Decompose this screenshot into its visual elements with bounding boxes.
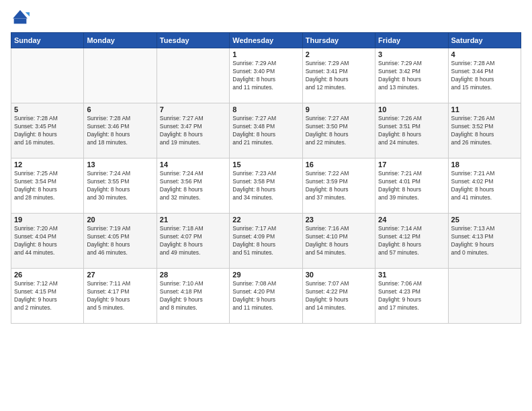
- cell-content: Sunrise: 7:29 AM Sunset: 3:40 PM Dayligh…: [232, 60, 299, 92]
- cell-content: Sunrise: 7:18 AM Sunset: 4:07 PM Dayligh…: [160, 225, 226, 257]
- weekday-header: Thursday: [302, 33, 375, 48]
- calendar-cell: 12Sunrise: 7:25 AM Sunset: 3:54 PM Dayli…: [11, 158, 84, 214]
- calendar-cell: [84, 48, 157, 103]
- calendar-cell: 30Sunrise: 7:07 AM Sunset: 4:22 PM Dayli…: [302, 269, 375, 324]
- day-number: 22: [232, 216, 299, 224]
- cell-content: Sunrise: 7:26 AM Sunset: 3:52 PM Dayligh…: [451, 115, 518, 147]
- calendar-cell: 28Sunrise: 7:10 AM Sunset: 4:18 PM Dayli…: [157, 269, 229, 324]
- cell-content: Sunrise: 7:21 AM Sunset: 4:02 PM Dayligh…: [451, 170, 518, 202]
- cell-content: Sunrise: 7:29 AM Sunset: 3:42 PM Dayligh…: [378, 60, 445, 92]
- calendar: SundayMondayTuesdayWednesdayThursdayFrid…: [11, 32, 521, 324]
- calendar-cell: 11Sunrise: 7:26 AM Sunset: 3:52 PM Dayli…: [448, 103, 521, 158]
- day-number: 29: [232, 271, 299, 279]
- cell-content: Sunrise: 7:24 AM Sunset: 3:55 PM Dayligh…: [87, 170, 153, 202]
- day-number: 21: [160, 216, 226, 224]
- cell-content: Sunrise: 7:11 AM Sunset: 4:17 PM Dayligh…: [87, 280, 153, 312]
- calendar-cell: 21Sunrise: 7:18 AM Sunset: 4:07 PM Dayli…: [157, 214, 229, 269]
- calendar-cell: 19Sunrise: 7:20 AM Sunset: 4:04 PM Dayli…: [11, 214, 84, 269]
- cell-content: Sunrise: 7:29 AM Sunset: 3:41 PM Dayligh…: [306, 60, 372, 92]
- cell-content: Sunrise: 7:26 AM Sunset: 3:51 PM Dayligh…: [378, 115, 445, 147]
- logo-icon: [11, 8, 30, 27]
- weekday-header: Wednesday: [230, 33, 302, 48]
- calendar-cell: 17Sunrise: 7:21 AM Sunset: 4:01 PM Dayli…: [375, 158, 448, 214]
- cell-content: Sunrise: 7:17 AM Sunset: 4:09 PM Dayligh…: [232, 225, 299, 257]
- calendar-cell: 20Sunrise: 7:19 AM Sunset: 4:05 PM Dayli…: [84, 214, 157, 269]
- day-number: 4: [451, 50, 518, 58]
- weekday-header: Monday: [84, 33, 157, 48]
- calendar-cell: 15Sunrise: 7:23 AM Sunset: 3:58 PM Dayli…: [230, 158, 302, 214]
- cell-content: Sunrise: 7:06 AM Sunset: 4:23 PM Dayligh…: [378, 280, 445, 312]
- day-number: 2: [306, 50, 372, 58]
- cell-content: Sunrise: 7:16 AM Sunset: 4:10 PM Dayligh…: [306, 225, 372, 257]
- calendar-week-row: 5Sunrise: 7:28 AM Sunset: 3:45 PM Daylig…: [11, 103, 521, 158]
- cell-content: Sunrise: 7:23 AM Sunset: 3:58 PM Dayligh…: [232, 170, 299, 202]
- calendar-cell: 1Sunrise: 7:29 AM Sunset: 3:40 PM Daylig…: [230, 48, 302, 103]
- day-number: 18: [451, 161, 518, 169]
- day-number: 19: [14, 216, 81, 224]
- day-number: 27: [87, 271, 153, 279]
- calendar-week-row: 1Sunrise: 7:29 AM Sunset: 3:40 PM Daylig…: [11, 48, 521, 103]
- day-number: 26: [14, 271, 81, 279]
- cell-content: Sunrise: 7:27 AM Sunset: 3:48 PM Dayligh…: [232, 115, 299, 147]
- cell-content: Sunrise: 7:07 AM Sunset: 4:22 PM Dayligh…: [306, 280, 372, 312]
- day-number: 31: [378, 271, 445, 279]
- calendar-cell: 14Sunrise: 7:24 AM Sunset: 3:56 PM Dayli…: [157, 158, 229, 214]
- day-number: 24: [378, 216, 445, 224]
- calendar-cell: 16Sunrise: 7:22 AM Sunset: 3:59 PM Dayli…: [302, 158, 375, 214]
- calendar-cell: 5Sunrise: 7:28 AM Sunset: 3:45 PM Daylig…: [11, 103, 84, 158]
- calendar-cell: 10Sunrise: 7:26 AM Sunset: 3:51 PM Dayli…: [375, 103, 448, 158]
- day-number: 12: [14, 161, 81, 169]
- cell-content: Sunrise: 7:28 AM Sunset: 3:45 PM Dayligh…: [14, 115, 81, 147]
- calendar-week-row: 19Sunrise: 7:20 AM Sunset: 4:04 PM Dayli…: [11, 214, 521, 269]
- calendar-cell: 9Sunrise: 7:27 AM Sunset: 3:50 PM Daylig…: [302, 103, 375, 158]
- calendar-cell: [11, 48, 84, 103]
- day-number: 7: [160, 105, 226, 113]
- calendar-cell: 4Sunrise: 7:28 AM Sunset: 3:44 PM Daylig…: [448, 48, 521, 103]
- weekday-header: Tuesday: [157, 33, 229, 48]
- svg-rect-1: [14, 19, 27, 24]
- day-number: 11: [451, 105, 518, 113]
- day-number: 15: [232, 161, 299, 169]
- calendar-cell: 31Sunrise: 7:06 AM Sunset: 4:23 PM Dayli…: [375, 269, 448, 324]
- calendar-cell: 25Sunrise: 7:13 AM Sunset: 4:13 PM Dayli…: [448, 214, 521, 269]
- cell-content: Sunrise: 7:27 AM Sunset: 3:47 PM Dayligh…: [160, 115, 226, 147]
- svg-marker-2: [26, 12, 30, 16]
- cell-content: Sunrise: 7:10 AM Sunset: 4:18 PM Dayligh…: [160, 280, 226, 312]
- calendar-week-row: 12Sunrise: 7:25 AM Sunset: 3:54 PM Dayli…: [11, 158, 521, 214]
- day-number: 14: [160, 161, 226, 169]
- day-number: 13: [87, 161, 153, 169]
- day-number: 8: [232, 105, 299, 113]
- cell-content: Sunrise: 7:08 AM Sunset: 4:20 PM Dayligh…: [232, 280, 299, 312]
- day-number: 20: [87, 216, 153, 224]
- day-number: 28: [160, 271, 226, 279]
- calendar-cell: 22Sunrise: 7:17 AM Sunset: 4:09 PM Dayli…: [230, 214, 302, 269]
- svg-marker-0: [13, 10, 28, 18]
- calendar-cell: 3Sunrise: 7:29 AM Sunset: 3:42 PM Daylig…: [375, 48, 448, 103]
- cell-content: Sunrise: 7:22 AM Sunset: 3:59 PM Dayligh…: [306, 170, 372, 202]
- calendar-cell: 7Sunrise: 7:27 AM Sunset: 3:47 PM Daylig…: [157, 103, 229, 158]
- day-number: 1: [232, 50, 299, 58]
- calendar-week-row: 26Sunrise: 7:12 AM Sunset: 4:15 PM Dayli…: [11, 269, 521, 324]
- cell-content: Sunrise: 7:28 AM Sunset: 3:46 PM Dayligh…: [87, 115, 153, 147]
- day-number: 30: [306, 271, 372, 279]
- logo: [11, 8, 32, 27]
- day-number: 5: [14, 105, 81, 113]
- header: [11, 8, 521, 27]
- cell-content: Sunrise: 7:14 AM Sunset: 4:12 PM Dayligh…: [378, 225, 445, 257]
- day-number: 3: [378, 50, 445, 58]
- cell-content: Sunrise: 7:28 AM Sunset: 3:44 PM Dayligh…: [451, 60, 518, 92]
- day-number: 23: [306, 216, 372, 224]
- day-number: 25: [451, 216, 518, 224]
- calendar-cell: 24Sunrise: 7:14 AM Sunset: 4:12 PM Dayli…: [375, 214, 448, 269]
- weekday-header: Saturday: [448, 33, 521, 48]
- cell-content: Sunrise: 7:24 AM Sunset: 3:56 PM Dayligh…: [160, 170, 226, 202]
- calendar-cell: 27Sunrise: 7:11 AM Sunset: 4:17 PM Dayli…: [84, 269, 157, 324]
- cell-content: Sunrise: 7:20 AM Sunset: 4:04 PM Dayligh…: [14, 225, 81, 257]
- day-number: 17: [378, 161, 445, 169]
- cell-content: Sunrise: 7:19 AM Sunset: 4:05 PM Dayligh…: [87, 225, 153, 257]
- calendar-cell: 6Sunrise: 7:28 AM Sunset: 3:46 PM Daylig…: [84, 103, 157, 158]
- day-number: 10: [378, 105, 445, 113]
- weekday-header: Sunday: [11, 33, 84, 48]
- day-number: 16: [306, 161, 372, 169]
- cell-content: Sunrise: 7:27 AM Sunset: 3:50 PM Dayligh…: [306, 115, 372, 147]
